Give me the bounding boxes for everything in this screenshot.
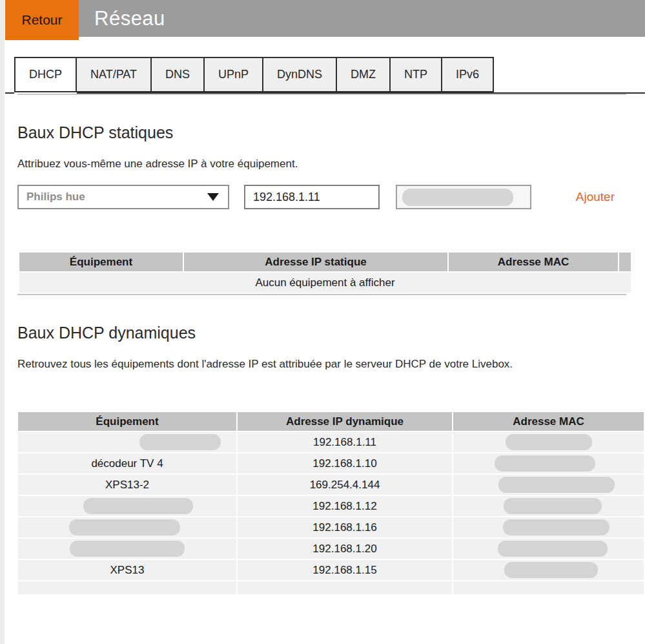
ip-cell: 192.168.1.11 xyxy=(238,432,452,452)
column-header: Adresse MAC xyxy=(453,412,644,431)
mac-cell xyxy=(453,560,644,580)
add-link[interactable]: Ajouter xyxy=(576,190,615,204)
mac-address-input[interactable] xyxy=(396,185,531,209)
empty-cell xyxy=(18,581,236,594)
static-section-description: Attribuez vous-même une adresse IP à vot… xyxy=(17,158,626,171)
static-leases-table: Équipement Adresse IP statique Adresse M… xyxy=(18,251,632,294)
chevron-down-icon xyxy=(207,193,219,201)
redacted-value xyxy=(69,519,180,535)
device-cell xyxy=(18,539,236,559)
device-cell xyxy=(18,496,236,516)
tab-dns[interactable]: DNS xyxy=(150,57,205,92)
mac-cell xyxy=(453,496,644,516)
ip-cell: 192.168.1.12 xyxy=(238,496,452,516)
tab-dmz[interactable]: DMZ xyxy=(336,57,391,92)
mac-cell xyxy=(453,475,644,495)
dynamic-section-description: Retrouvez tous les équipements dont l'ad… xyxy=(17,358,626,371)
tab-dyndns[interactable]: DynDNS xyxy=(262,57,337,92)
column-header: Adresse MAC xyxy=(449,253,618,271)
tab-upnp[interactable]: UPnP xyxy=(203,57,263,92)
ip-cell: 192.168.1.15 xyxy=(238,560,452,580)
column-header: Équipement xyxy=(19,253,183,271)
ip-cell: 192.168.1.16 xyxy=(238,517,452,537)
table-row: 192.168.1.12 xyxy=(18,496,644,516)
empty-cell xyxy=(238,581,452,594)
redacted-value xyxy=(504,498,602,514)
ip-cell: 192.168.1.20 xyxy=(238,539,452,559)
mac-cell xyxy=(453,517,644,537)
mac-cell xyxy=(453,539,644,559)
redacted-value xyxy=(503,519,609,535)
redacted-value xyxy=(70,541,185,557)
redacted-value xyxy=(498,541,608,557)
table-header-row: Équipement Adresse IP statique Adresse M… xyxy=(19,253,631,271)
dynamic-table-body: 192.168.1.11décodeur TV 4192.168.1.10XPS… xyxy=(18,432,644,594)
tab-ntp[interactable]: NTP xyxy=(389,57,442,92)
page-left-margin-strip xyxy=(0,0,5,644)
redacted-value xyxy=(504,562,598,578)
static-lease-form: Philips hue Ajouter xyxy=(17,185,626,209)
redacted-value xyxy=(139,434,221,450)
back-button[interactable]: Retour xyxy=(5,0,79,40)
redacted-value xyxy=(498,477,615,493)
table-row: 192.168.1.20 xyxy=(18,539,644,559)
empty-cell xyxy=(453,581,644,594)
table-header-row: Équipement Adresse IP dynamique Adresse … xyxy=(18,412,644,431)
column-header: Adresse IP dynamique xyxy=(238,412,452,431)
redacted-value xyxy=(495,455,595,472)
tab-bar: DHCP NAT/PAT DNS UPnP DynDNS DMZ NTP IPv… xyxy=(5,57,645,94)
device-select[interactable]: Philips hue xyxy=(17,185,229,209)
column-header: Équipement xyxy=(18,412,236,431)
static-section-title: Baux DHCP statiques xyxy=(17,123,626,142)
redacted-value xyxy=(402,189,513,206)
column-header-actions xyxy=(619,253,631,271)
content: Baux DHCP statiques Attribuez vous-même … xyxy=(17,94,626,596)
tab-ipv6[interactable]: IPv6 xyxy=(441,57,494,92)
device-cell xyxy=(18,517,236,537)
device-cell xyxy=(18,432,236,452)
page-title: Réseau xyxy=(79,7,165,30)
dynamic-leases-table: Équipement Adresse IP dynamique Adresse … xyxy=(17,411,645,596)
ip-cell: 169.254.4.144 xyxy=(238,475,452,495)
header: Retour Réseau xyxy=(5,0,645,40)
dynamic-section-title: Baux DHCP dynamiques xyxy=(17,324,626,342)
tab-nat-pat[interactable]: NAT/PAT xyxy=(76,57,152,92)
table-row-partial xyxy=(18,581,644,594)
divider xyxy=(17,94,626,95)
table-row: 192.168.1.11 xyxy=(18,432,644,452)
empty-message: Aucun équipement à afficher xyxy=(19,273,631,293)
table-row: XPS13-2169.254.4.144 xyxy=(18,475,644,495)
static-ip-input[interactable] xyxy=(244,185,380,209)
redacted-value xyxy=(83,498,193,514)
redacted-value xyxy=(506,434,592,450)
tab-dhcp[interactable]: DHCP xyxy=(14,57,77,92)
device-cell: XPS13-2 xyxy=(18,475,236,495)
divider xyxy=(17,294,626,295)
empty-row: Aucun équipement à afficher xyxy=(19,273,631,293)
title-bar: Réseau xyxy=(79,0,645,37)
ip-cell: 192.168.1.10 xyxy=(238,453,452,473)
table-row: 192.168.1.16 xyxy=(18,517,644,537)
page: Retour Réseau DHCP NAT/PAT DNS UPnP DynD… xyxy=(5,0,645,596)
table-row: décodeur TV 4192.168.1.10 xyxy=(18,453,644,473)
device-select-value: Philips hue xyxy=(26,191,85,203)
mac-cell xyxy=(453,453,644,473)
table-row: XPS13192.168.1.15 xyxy=(18,560,644,580)
column-header: Adresse IP statique xyxy=(184,253,447,271)
device-cell: décodeur TV 4 xyxy=(18,453,236,473)
mac-cell xyxy=(453,432,644,452)
device-cell: XPS13 xyxy=(18,560,236,580)
